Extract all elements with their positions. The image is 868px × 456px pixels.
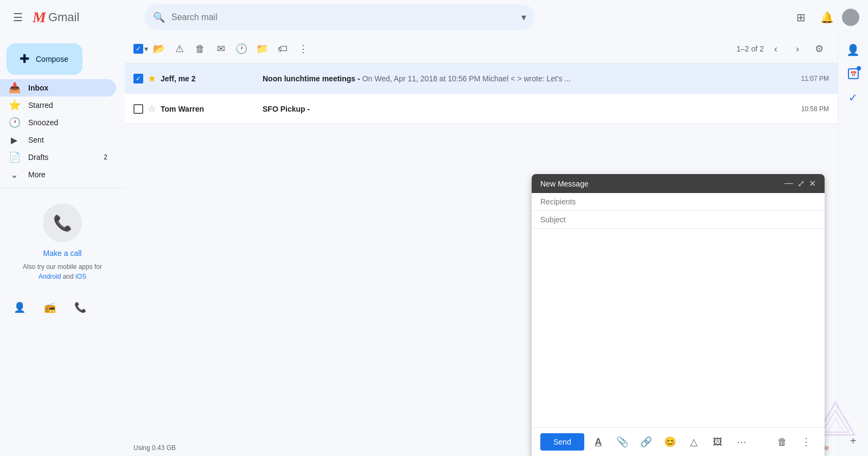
move-to-icon[interactable]: 📁 — [252, 39, 272, 59]
email-time-2: 10:58 PM — [801, 105, 829, 113]
next-page-icon[interactable]: › — [788, 39, 807, 59]
expand-icon[interactable]: ⤢ — [797, 178, 805, 189]
select-all-checkbox[interactable]: ✓ — [133, 44, 143, 54]
sender-2: Tom Warren — [161, 105, 258, 113]
checkmark-icon: ✓ — [136, 45, 141, 53]
delete-icon[interactable]: 🗑 — [190, 39, 210, 59]
sent-icon: ▶ — [9, 135, 20, 145]
labels-icon[interactable]: 🏷 — [273, 39, 292, 59]
sidebar: ✚ Compose 📥 Inbox ⭐ Starred 🕐 Snoozed ▶ … — [0, 35, 125, 456]
inbox-icon: 📥 — [9, 82, 20, 94]
subject-input[interactable] — [540, 215, 816, 224]
dialpad-icon[interactable]: 📞 — [69, 297, 91, 318]
notifications-bell-icon[interactable]: 🔔 — [816, 7, 838, 28]
svg-marker-1 — [822, 410, 849, 432]
calendar-dot — [857, 66, 861, 70]
subject-field[interactable] — [532, 211, 825, 229]
gmail-label: Gmail — [48, 10, 79, 24]
call-section: 📞 Make a call Also try our mobile apps f… — [0, 192, 125, 292]
gmail-m-icon: M — [33, 9, 46, 26]
search-input[interactable] — [171, 12, 521, 22]
subject-1: Noon lunchtime meetings - — [263, 74, 360, 83]
prev-page-icon[interactable]: ‹ — [766, 39, 786, 59]
archive-icon[interactable]: 📂 — [149, 39, 169, 59]
compose-header[interactable]: New Message — ⤢ ✕ — [532, 174, 825, 193]
compose-plus-icon: ✚ — [20, 52, 29, 66]
sidebar-item-sent[interactable]: ▶ Sent — [0, 131, 116, 149]
add-contact-icon[interactable]: 👤 — [9, 297, 30, 318]
attach-file-icon[interactable]: 📎 — [612, 432, 632, 452]
avatar[interactable] — [842, 9, 859, 26]
sent-label: Sent — [28, 136, 107, 144]
recipients-field[interactable] — [532, 193, 825, 211]
email-subject-preview-1: Noon lunchtime meetings - On Wed, Apr 11… — [263, 74, 797, 83]
snooze-icon[interactable]: 🕐 — [232, 39, 251, 59]
sidebar-item-starred[interactable]: ⭐ Starred — [0, 97, 116, 114]
insert-photo-icon[interactable]: 🖼 — [708, 432, 727, 452]
drafts-icon: 📄 — [9, 151, 20, 163]
more-options-compose-icon[interactable]: ⋯ — [732, 432, 751, 452]
more-label: More — [28, 170, 107, 179]
compose-button[interactable]: ✚ Compose — [7, 43, 82, 75]
sidebar-divider — [0, 188, 125, 188]
sidebar-item-drafts[interactable]: 📄 Drafts 2 — [0, 149, 116, 166]
search-bar[interactable]: 🔍 ▾ — [144, 4, 535, 30]
mark-as-read-icon[interactable]: ✉ — [211, 39, 231, 59]
row-checkbox-1[interactable]: ✓ — [133, 74, 143, 84]
snoozed-label: Snoozed — [28, 118, 107, 127]
send-button[interactable]: Send — [540, 433, 584, 451]
make-call-link[interactable]: Make a call — [43, 249, 82, 258]
insert-link-icon[interactable]: 🔗 — [636, 432, 656, 452]
recipients-input[interactable] — [540, 197, 816, 206]
close-compose-icon[interactable]: ✕ — [809, 178, 816, 189]
ios-link[interactable]: iOS — [75, 273, 86, 280]
settings-icon[interactable]: ⚙ — [809, 39, 829, 59]
select-dropdown-icon[interactable]: ▾ — [144, 44, 148, 53]
row-checkbox-2[interactable] — [133, 104, 143, 114]
sidebar-item-inbox[interactable]: 📥 Inbox — [0, 79, 116, 97]
sidebar-call-actions: 👤 📻 📞 — [0, 292, 125, 323]
drafts-label: Drafts — [28, 153, 95, 162]
android-link[interactable]: Android — [39, 273, 61, 280]
compose-header-actions: — ⤢ ✕ — [784, 178, 816, 189]
right-sidebar: 👤 📅 ✓ + — [838, 35, 868, 456]
contacts-icon[interactable]: 👤 — [843, 39, 864, 61]
search-icon: 🔍 — [153, 11, 165, 23]
calendar-icon[interactable]: 📅 — [843, 63, 864, 85]
subject-2: SFO Pickup - — [263, 105, 310, 113]
preview-1: On Wed, Apr 11, 2018 at 10:56 PM Michael… — [362, 74, 571, 83]
star-icon-2[interactable]: ☆ — [148, 103, 156, 115]
check-icon: ✓ — [136, 75, 141, 82]
formatting-icon[interactable]: A — [589, 432, 608, 452]
apps-grid-icon[interactable]: ⊞ — [790, 7, 812, 28]
emoji-icon[interactable]: 😊 — [660, 432, 680, 452]
sidebar-item-more[interactable]: ⌄ More — [0, 166, 116, 183]
voicemail-icon[interactable]: 📻 — [39, 297, 61, 318]
minimize-icon[interactable]: — — [784, 178, 793, 189]
search-dropdown-icon[interactable]: ▾ — [521, 11, 526, 23]
report-spam-icon[interactable]: ⚠ — [170, 39, 189, 59]
tasks-check-icon[interactable]: ✓ — [843, 87, 864, 108]
header-right: ⊞ 🔔 — [790, 7, 859, 28]
sidebar-item-snoozed[interactable]: 🕐 Snoozed — [0, 114, 116, 131]
drafts-badge: 2 — [104, 153, 107, 161]
svg-marker-2 — [827, 419, 844, 432]
table-row[interactable]: ☆ Tom Warren SFO Pickup - 10:58 PM — [125, 94, 838, 124]
table-row[interactable]: ✓ ★ Jeff, me 2 Noon lunchtime meetings -… — [125, 63, 838, 94]
star-icon-1[interactable]: ★ — [148, 73, 156, 85]
select-all-checkbox-container: ✓ ▾ — [133, 44, 148, 54]
drive-icon[interactable]: △ — [684, 432, 704, 452]
starred-icon: ⭐ — [9, 99, 20, 111]
sender-1: Jeff, me 2 — [161, 74, 258, 83]
compose-body: Send A 📎 🔗 😊 △ 🖼 ⋯ 🗑 ⋮ — [532, 193, 825, 456]
more-options-icon[interactable]: ⋮ — [293, 39, 313, 59]
compose-message-area[interactable] — [532, 229, 825, 427]
compose-window: New Message — ⤢ ✕ Send A 📎 🔗 😊 △ 🖼 ⋯ 🗑 ⋮ — [532, 174, 825, 456]
storage-text: Using 0.43 GB — [133, 444, 176, 452]
header-left: ☰ M Gmail — [9, 7, 133, 28]
hamburger-menu-icon[interactable]: ☰ — [9, 7, 27, 28]
pagination-text: 1–2 of 2 — [736, 44, 764, 53]
compose-more-icon[interactable]: ⋮ — [796, 432, 816, 452]
discard-icon[interactable]: 🗑 — [773, 432, 792, 452]
email-time-1: 11:07 PM — [801, 75, 829, 82]
